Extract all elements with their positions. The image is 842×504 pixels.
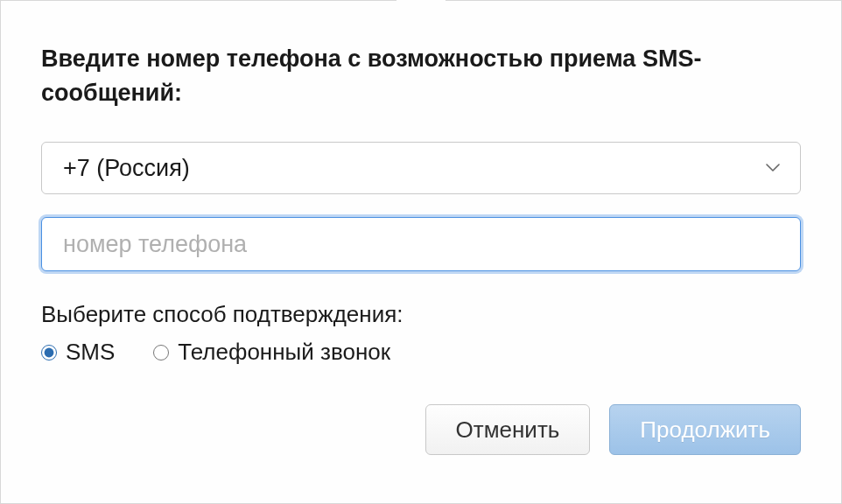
radio-call-label: Телефонный звонок: [178, 339, 390, 366]
dialog-button-row: Отменить Продолжить: [41, 404, 801, 455]
country-select-wrap: +7 (Россия): [41, 142, 801, 194]
radio-call-input[interactable]: [153, 345, 169, 360]
radio-sms-input[interactable]: [41, 345, 57, 360]
country-select[interactable]: +7 (Россия): [41, 142, 801, 194]
radio-option-call[interactable]: Телефонный звонок: [153, 339, 390, 366]
verification-label: Выберите способ подтверждения:: [41, 301, 801, 328]
radio-option-sms[interactable]: SMS: [41, 339, 115, 366]
cancel-button[interactable]: Отменить: [425, 404, 591, 455]
phone-input[interactable]: [41, 217, 801, 271]
instruction-text: Введите номер телефона с возможностью пр…: [41, 42, 801, 110]
verification-radio-group: SMS Телефонный звонок: [41, 339, 801, 366]
continue-button[interactable]: Продолжить: [609, 404, 801, 455]
phone-entry-dialog: Введите номер телефона с возможностью пр…: [0, 0, 842, 504]
radio-sms-label: SMS: [66, 339, 115, 366]
